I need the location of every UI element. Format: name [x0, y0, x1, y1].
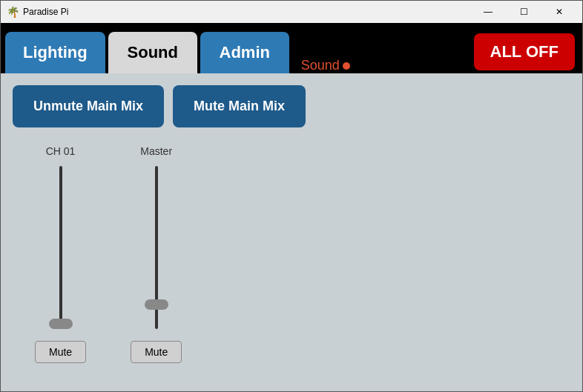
ch01-thumb[interactable] [49, 319, 73, 329]
content-area: Unmute Main Mix Mute Main Mix CH 01 Mute… [1, 73, 582, 391]
tab-spacer: Sound [292, 58, 474, 73]
sound-indicator: Sound [301, 58, 350, 73]
ch01-track-container [57, 166, 65, 329]
window-controls: — ☐ ✕ [471, 1, 576, 23]
all-off-button[interactable]: ALL OFF [474, 33, 575, 70]
mix-buttons-row: Unmute Main Mix Mute Main Mix [13, 85, 570, 127]
master-mute-button[interactable]: Mute [131, 341, 182, 363]
maximize-button[interactable]: ☐ [507, 1, 541, 23]
main-window: 🌴 Paradise Pi — ☐ ✕ Lighting Sound Admin… [0, 0, 583, 392]
tab-admin[interactable]: Admin [200, 32, 289, 73]
ch01-slider-group: CH 01 Mute [35, 145, 86, 363]
master-track-container [153, 166, 160, 329]
tab-lighting[interactable]: Lighting [5, 32, 105, 73]
master-thumb[interactable] [145, 299, 168, 310]
ch01-track [59, 166, 62, 329]
minimize-button[interactable]: — [471, 1, 505, 23]
tab-bar: Lighting Sound Admin Sound ALL OFF [1, 23, 582, 73]
close-button[interactable]: ✕ [542, 1, 576, 23]
sliders-area: CH 01 Mute Master Mute [13, 145, 570, 363]
mute-main-mix-button[interactable]: Mute Main Mix [173, 85, 306, 127]
tab-sound[interactable]: Sound [108, 32, 197, 73]
unmute-main-mix-button[interactable]: Unmute Main Mix [13, 85, 164, 127]
app-icon: 🌴 [7, 6, 19, 18]
master-label: Master [140, 145, 172, 157]
window-title: Paradise Pi [23, 7, 471, 17]
ch01-label: CH 01 [46, 145, 76, 157]
title-bar: 🌴 Paradise Pi — ☐ ✕ [1, 1, 582, 23]
sound-dot [343, 62, 350, 70]
master-slider-group: Master Mute [131, 145, 182, 363]
ch01-mute-button[interactable]: Mute [35, 341, 86, 363]
